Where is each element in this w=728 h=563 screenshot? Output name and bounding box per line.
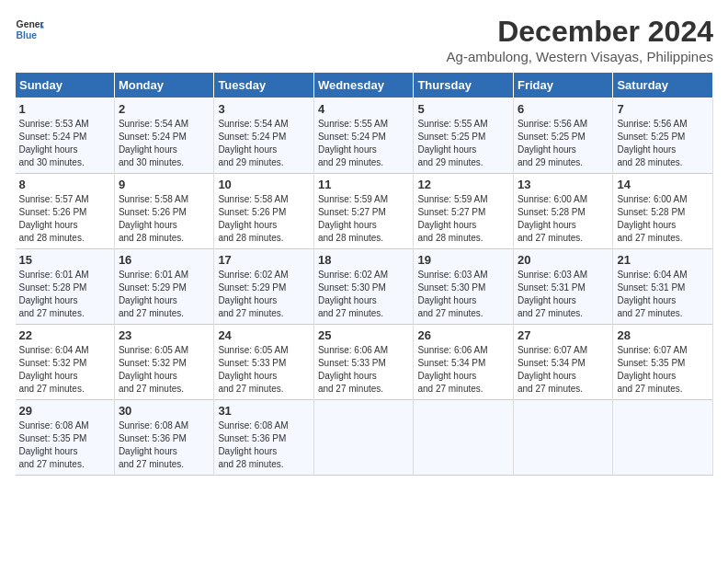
table-row: 24 Sunrise: 6:05 AM Sunset: 5:33 PM Dayl… [214,325,314,400]
day-info: Sunrise: 6:06 AM Sunset: 5:33 PM Dayligh… [318,344,410,396]
calendar-row: 22 Sunrise: 6:04 AM Sunset: 5:32 PM Dayl… [16,325,713,400]
page-subtitle: Ag-ambulong, Western Visayas, Philippine… [447,49,713,64]
table-row: 6 Sunrise: 5:56 AM Sunset: 5:25 PM Dayli… [513,98,613,174]
day-info: Sunrise: 5:54 AM Sunset: 5:24 PM Dayligh… [218,118,310,169]
table-row [513,400,613,476]
table-row: 11 Sunrise: 5:59 AM Sunset: 5:27 PM Dayl… [313,174,414,249]
title-section: December 2024 Ag-ambulong, Western Visay… [447,15,713,64]
day-info: Sunrise: 6:01 AM Sunset: 5:28 PM Dayligh… [19,269,110,320]
table-row: 3 Sunrise: 5:54 AM Sunset: 5:24 PM Dayli… [214,98,314,174]
day-info: Sunrise: 5:56 AM Sunset: 5:25 PM Dayligh… [617,118,709,169]
day-info: Sunrise: 6:07 AM Sunset: 5:34 PM Dayligh… [518,344,609,396]
day-info: Sunrise: 6:00 AM Sunset: 5:28 PM Dayligh… [518,193,609,245]
day-info: Sunrise: 6:07 AM Sunset: 5:35 PM Dayligh… [617,344,709,396]
table-row: 31 Sunrise: 6:08 AM Sunset: 5:36 PM Dayl… [214,400,314,476]
table-row: 26 Sunrise: 6:06 AM Sunset: 5:34 PM Dayl… [414,325,514,400]
day-number: 29 [19,404,110,418]
day-number: 10 [218,178,310,191]
table-row: 25 Sunrise: 6:06 AM Sunset: 5:33 PM Dayl… [313,325,414,400]
table-row: 19 Sunrise: 6:03 AM Sunset: 5:30 PM Dayl… [414,249,514,325]
table-row: 18 Sunrise: 6:02 AM Sunset: 5:30 PM Dayl… [313,249,414,325]
logo-icon: General Blue [15,15,44,44]
day-number: 2 [119,102,210,116]
day-info: Sunrise: 5:57 AM Sunset: 5:26 PM Dayligh… [19,193,110,245]
day-number: 27 [518,328,609,342]
table-row: 14 Sunrise: 6:00 AM Sunset: 5:28 PM Dayl… [613,174,713,249]
table-row: 21 Sunrise: 6:04 AM Sunset: 5:31 PM Dayl… [613,249,713,325]
table-row [414,400,514,476]
table-row: 30 Sunrise: 6:08 AM Sunset: 5:36 PM Dayl… [114,400,214,476]
table-row: 16 Sunrise: 6:01 AM Sunset: 5:29 PM Dayl… [114,249,214,325]
day-info: Sunrise: 6:04 AM Sunset: 5:32 PM Dayligh… [19,344,110,396]
day-info: Sunrise: 5:55 AM Sunset: 5:24 PM Dayligh… [318,118,410,169]
table-row: 15 Sunrise: 6:01 AM Sunset: 5:28 PM Dayl… [16,249,115,325]
day-info: Sunrise: 6:08 AM Sunset: 5:36 PM Dayligh… [119,419,210,471]
day-number: 26 [417,328,509,342]
table-row [613,400,713,476]
day-info: Sunrise: 5:54 AM Sunset: 5:24 PM Dayligh… [119,118,210,169]
col-tuesday: Tuesday [214,73,314,98]
table-row [313,400,414,476]
day-number: 28 [617,328,709,342]
calendar-header-row: Sunday Monday Tuesday Wednesday Thursday… [16,73,713,98]
day-number: 20 [518,253,609,267]
day-number: 4 [318,102,410,116]
day-info: Sunrise: 5:59 AM Sunset: 5:27 PM Dayligh… [417,193,509,245]
day-number: 8 [19,178,110,191]
table-row: 7 Sunrise: 5:56 AM Sunset: 5:25 PM Dayli… [613,98,713,174]
day-info: Sunrise: 5:55 AM Sunset: 5:25 PM Dayligh… [417,118,509,169]
day-number: 15 [19,253,110,267]
day-number: 22 [19,328,110,342]
day-number: 17 [218,253,310,267]
table-row: 4 Sunrise: 5:55 AM Sunset: 5:24 PM Dayli… [313,98,414,174]
table-row: 27 Sunrise: 6:07 AM Sunset: 5:34 PM Dayl… [513,325,613,400]
table-row: 17 Sunrise: 6:02 AM Sunset: 5:29 PM Dayl… [214,249,314,325]
day-number: 13 [518,178,609,191]
table-row: 8 Sunrise: 5:57 AM Sunset: 5:26 PM Dayli… [16,174,115,249]
table-row: 10 Sunrise: 5:58 AM Sunset: 5:26 PM Dayl… [214,174,314,249]
day-info: Sunrise: 6:02 AM Sunset: 5:29 PM Dayligh… [218,269,310,320]
svg-text:General: General [17,19,44,29]
col-wednesday: Wednesday [313,73,414,98]
day-info: Sunrise: 5:59 AM Sunset: 5:27 PM Dayligh… [318,193,410,245]
table-row: 29 Sunrise: 6:08 AM Sunset: 5:35 PM Dayl… [16,400,115,476]
day-info: Sunrise: 5:58 AM Sunset: 5:26 PM Dayligh… [119,193,210,245]
day-info: Sunrise: 5:58 AM Sunset: 5:26 PM Dayligh… [218,193,310,245]
day-number: 12 [417,178,509,191]
table-row: 1 Sunrise: 5:53 AM Sunset: 5:24 PM Dayli… [16,98,115,174]
page-title: December 2024 [447,15,713,49]
calendar-row: 29 Sunrise: 6:08 AM Sunset: 5:35 PM Dayl… [16,400,713,476]
day-info: Sunrise: 5:53 AM Sunset: 5:24 PM Dayligh… [19,118,110,169]
day-number: 16 [119,253,210,267]
day-info: Sunrise: 6:08 AM Sunset: 5:36 PM Dayligh… [218,419,310,471]
col-monday: Monday [114,73,214,98]
calendar-row: 1 Sunrise: 5:53 AM Sunset: 5:24 PM Dayli… [16,98,713,174]
day-number: 1 [19,102,110,116]
calendar-row: 8 Sunrise: 5:57 AM Sunset: 5:26 PM Dayli… [16,174,713,249]
table-row: 2 Sunrise: 5:54 AM Sunset: 5:24 PM Dayli… [114,98,214,174]
day-info: Sunrise: 5:56 AM Sunset: 5:25 PM Dayligh… [518,118,609,169]
col-sunday: Sunday [16,73,115,98]
col-friday: Friday [513,73,613,98]
day-info: Sunrise: 6:05 AM Sunset: 5:32 PM Dayligh… [119,344,210,396]
day-number: 30 [119,404,210,418]
table-row: 22 Sunrise: 6:04 AM Sunset: 5:32 PM Dayl… [16,325,115,400]
day-info: Sunrise: 6:00 AM Sunset: 5:28 PM Dayligh… [617,193,709,245]
table-row: 12 Sunrise: 5:59 AM Sunset: 5:27 PM Dayl… [414,174,514,249]
day-number: 9 [119,178,210,191]
svg-text:Blue: Blue [17,30,38,40]
day-number: 23 [119,328,210,342]
col-saturday: Saturday [613,73,713,98]
day-info: Sunrise: 6:04 AM Sunset: 5:31 PM Dayligh… [617,269,709,320]
calendar-table: Sunday Monday Tuesday Wednesday Thursday… [15,72,713,476]
day-number: 21 [617,253,709,267]
day-number: 5 [417,102,509,116]
table-row: 28 Sunrise: 6:07 AM Sunset: 5:35 PM Dayl… [613,325,713,400]
day-number: 6 [518,102,609,116]
page-header: General Blue December 2024 Ag-ambulong, … [15,15,713,64]
calendar-row: 15 Sunrise: 6:01 AM Sunset: 5:28 PM Dayl… [16,249,713,325]
table-row: 20 Sunrise: 6:03 AM Sunset: 5:31 PM Dayl… [513,249,613,325]
logo: General Blue [15,15,44,44]
day-number: 11 [318,178,410,191]
day-number: 3 [218,102,310,116]
